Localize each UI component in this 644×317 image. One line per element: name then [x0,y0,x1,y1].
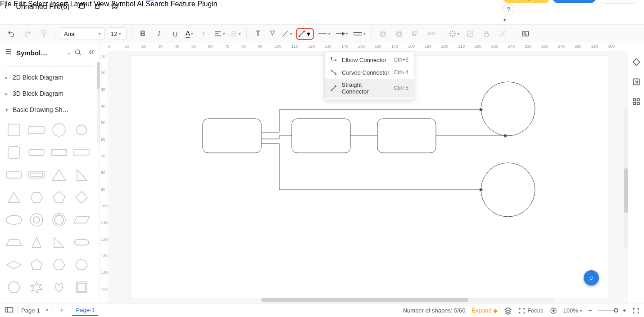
font-select[interactable]: Arial ▾ [60,27,105,40]
pages-panel-icon[interactable] [5,306,14,315]
arrow-style-icon[interactable]: ▾ [334,30,349,38]
shape-diamond-wide[interactable] [4,254,24,275]
format-painter-icon[interactable] [37,27,50,40]
connector-type-button[interactable]: ▾ [296,28,314,40]
shape-trapezoid[interactable] [4,232,24,253]
shape-hexagon[interactable] [49,254,69,275]
collapse-sidebar-icon[interactable] [88,49,95,57]
underline-icon[interactable]: U [168,27,182,40]
line-jump-icon[interactable]: ▾ [352,30,367,38]
shape-triangle[interactable] [49,165,69,185]
category-basic-shapes[interactable]: ▾Basic Drawing Sh… [3,102,97,118]
align-objects-icon[interactable] [408,27,422,40]
canvas-vertical-scrollbar[interactable] [624,105,628,249]
line-color-icon[interactable]: ▾ [280,30,293,38]
ai-assistant-bubble[interactable] [584,270,599,286]
italic-icon[interactable]: I [152,27,166,40]
shape-stadium[interactable] [71,232,92,253]
page-select[interactable]: Page-1 [17,306,51,315]
focus-button[interactable]: Focus [518,307,543,314]
shape-right-triangle[interactable] [49,232,69,253]
shape-rect-flat[interactable] [71,142,92,163]
fill-icon[interactable] [268,30,277,38]
tools-icon[interactable] [496,27,509,40]
redo-icon[interactable] [21,27,34,40]
apps-icon[interactable] [632,97,641,106]
bring-forward-icon[interactable] [376,27,390,40]
sidebar-scrollbar[interactable] [97,62,100,143]
text-tool-icon[interactable]: T [251,27,265,40]
undo-icon[interactable] [5,27,18,40]
upgrade-button[interactable]: Upgrade [503,0,550,3]
shape-frame[interactable] [71,277,92,298]
line-style-icon[interactable]: ▾ [317,30,331,38]
menu-item-straight-connector[interactable]: Straight Connector Ctrl+5 [325,79,414,98]
presentation-icon[interactable] [550,307,557,314]
shape-heptagon[interactable] [71,254,92,275]
publish-button[interactable]: Publish [552,0,596,3]
shape-pentagon-2[interactable] [26,254,47,275]
font-size-select[interactable]: 12 ▾ [108,27,127,40]
distribute-icon[interactable] [425,27,438,40]
layers-icon[interactable] [504,307,512,315]
shape-diamond[interactable] [71,187,92,208]
shape-circle-small[interactable] [71,120,92,140]
page-tab-1[interactable]: Page-1 [72,305,98,316]
lock-icon[interactable] [480,27,493,40]
shape-round-tab[interactable] [4,165,24,185]
search-icon[interactable] [74,49,82,57]
bold-icon[interactable]: B [136,27,150,40]
fullscreen-icon[interactable] [632,307,639,314]
shape-square[interactable] [4,120,24,140]
text-style-icon[interactable]: T [197,27,210,40]
beautify-icon[interactable]: ▾ [448,30,461,38]
shape-star-burst[interactable] [26,277,47,298]
align-icon[interactable]: ▾ [213,30,226,38]
share-button[interactable]: Share [599,0,639,4]
shape-heart[interactable] [49,277,69,298]
shape-parallelogram[interactable] [71,210,92,230]
shape-circle[interactable] [49,120,69,140]
menu-item-elbow-connector[interactable]: Elbow Connector Ctrl+3 [325,54,414,66]
shape-donut[interactable] [26,210,47,230]
category-2d-block[interactable]: ▸2D Block Diagram [3,69,97,85]
shape-octagon[interactable] [4,277,24,298]
find-replace-icon[interactable] [519,27,532,40]
line-spacing-icon[interactable]: ▾ [229,30,242,38]
menu-ai[interactable]: AI hot [137,0,146,8]
shape-triangle-2[interactable] [4,187,24,208]
zoom-in-button[interactable]: + [622,307,626,314]
shape-rectangle[interactable] [26,120,47,140]
send-backward-icon[interactable] [392,27,406,40]
shape-hexagon-round[interactable] [26,187,47,208]
shape-double-circle[interactable] [49,210,69,230]
shape-pentagon[interactable] [49,187,69,208]
category-3d-block[interactable]: ▸3D Block Diagram [3,85,97,102]
theme-icon[interactable] [632,58,641,67]
zoom-slider[interactable] [598,310,616,311]
expand-link[interactable]: Expand ◆ [472,307,498,314]
zoom-out-button[interactable]: − [589,307,592,314]
add-page-button[interactable]: + [55,306,69,315]
canvas-horizontal-scrollbar[interactable] [261,298,554,302]
help-icon[interactable]: ? [503,4,514,15]
edit-shape-icon[interactable] [463,27,477,40]
export-icon[interactable] [95,2,102,11]
zoom-label[interactable]: 100% ▾ [563,307,582,314]
shape-double-rect[interactable] [26,165,47,185]
export-panel-icon[interactable] [632,77,641,86]
back-icon[interactable]: ‹ [5,3,7,11]
star-icon[interactable] [111,2,118,11]
save-icon[interactable] [78,2,86,11]
file-title[interactable]: Unnamed File(6) [16,3,69,11]
menu-item-curved-connector[interactable]: Curved Connector Ctrl+4 [325,66,414,79]
font-color-icon[interactable]: A▾ [185,29,194,38]
shape-ellipse[interactable] [4,210,24,230]
canvas[interactable]: Elbow Connector Ctrl+3 Curved Connector … [108,51,644,304]
shape-rounded-rect[interactable] [26,142,47,163]
shape-triangle-narrow[interactable] [26,232,47,253]
sidebar-dropdown-icon[interactable]: ⌄ [67,50,71,56]
shape-right-triangle-tall[interactable] [71,165,92,185]
account-caret-icon[interactable]: ▾ [503,17,506,22]
shape-rounded-rect-2[interactable] [49,142,69,163]
